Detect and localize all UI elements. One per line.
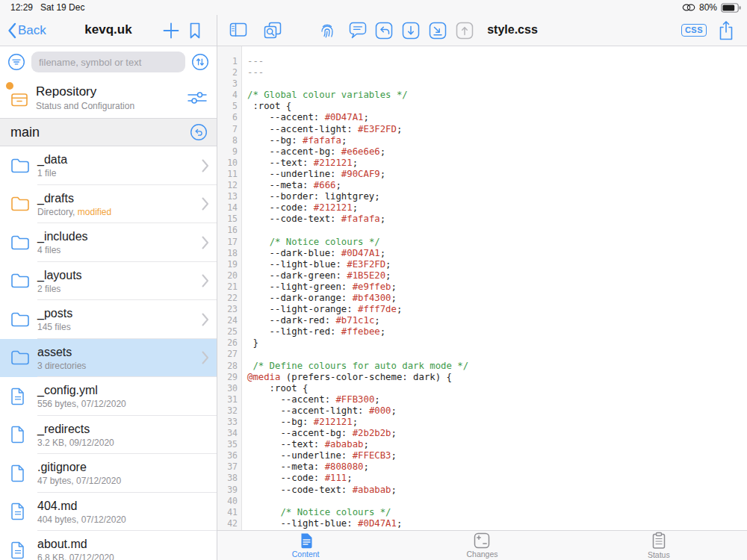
branch-switch-icon[interactable]	[190, 123, 208, 141]
item-detail: 6.8 KB, 07/12/2020	[37, 553, 114, 560]
line-number: 31	[217, 394, 241, 405]
save-into-icon[interactable]	[429, 22, 447, 40]
file-list: _data1 file_draftsDirectory, modified_in…	[0, 146, 217, 560]
battery-percent: 80%	[699, 2, 717, 13]
working-copy-app: 12:29 Sat 19 Dec 80%	[0, 0, 747, 560]
list-item-_layouts[interactable]: _layouts2 files	[0, 262, 217, 301]
line-number: 34	[217, 428, 241, 439]
code-line: --dark-red: #b71c1c;	[247, 315, 747, 326]
line-number-gutter: 1234567891011121314151617181920212223242…	[217, 46, 242, 530]
line-number: 4	[217, 90, 241, 101]
item-name: about.md	[37, 537, 114, 551]
file-browser-sidebar: Repository Status and Configuration main	[0, 46, 217, 560]
code-line: --text: #ababab;	[247, 439, 747, 450]
item-name: assets	[37, 345, 86, 359]
list-item-.gitignore[interactable]: .gitignore47 bytes, 07/12/2020	[0, 454, 217, 493]
language-badge[interactable]: CSS	[681, 24, 707, 37]
line-number: 2	[217, 67, 241, 78]
list-item-_drafts[interactable]: _draftsDirectory, modified	[0, 185, 217, 224]
status-bar: 12:29 Sat 19 Dec 80%	[0, 0, 747, 15]
list-item-_data[interactable]: _data1 file	[0, 146, 217, 185]
item-detail: 404 bytes, 07/12/2020	[37, 514, 126, 525]
chevron-right-icon	[202, 351, 209, 364]
code-line: --text: #212121;	[247, 158, 747, 169]
code-line: --bg: #fafafa;	[247, 135, 747, 146]
search-input[interactable]	[31, 52, 185, 72]
tab-status[interactable]: Status	[571, 531, 747, 560]
code-line: --border: lightgrey;	[247, 191, 747, 202]
date: Sat 19 Dec	[40, 2, 84, 13]
line-number: 1	[217, 56, 241, 67]
item-detail: 4 files	[37, 245, 88, 255]
multifile-search-icon[interactable]	[264, 22, 282, 39]
code-line: }	[247, 337, 747, 349]
item-name: _includes	[37, 229, 88, 243]
list-item-_posts[interactable]: _posts145 files	[0, 300, 217, 339]
fingerprint-icon[interactable]	[318, 22, 336, 40]
document-icon	[0, 541, 37, 559]
code-line: --bg: #212121;	[247, 417, 747, 428]
code-line: --code-text: #fafafa;	[247, 214, 747, 225]
code-line	[247, 78, 747, 90]
code-editor[interactable]: 1234567891011121314151617181920212223242…	[217, 46, 747, 530]
undo-icon[interactable]	[375, 22, 393, 40]
line-number: 21	[217, 281, 241, 293]
sort-icon[interactable]	[191, 53, 209, 71]
comment-icon[interactable]	[349, 22, 367, 39]
code-line: /* Define colours for auto dark mode */	[247, 361, 747, 372]
line-number: 12	[217, 180, 241, 191]
repository-name-title: kevq.uk	[0, 22, 217, 37]
line-number: 8	[217, 135, 241, 146]
list-item-404.md[interactable]: 404.md404 bytes, 07/12/2020	[0, 493, 217, 532]
sliders-icon[interactable]	[187, 90, 208, 105]
battery-icon	[721, 3, 741, 13]
list-item-_includes[interactable]: _includes4 files	[0, 223, 217, 262]
filter-icon[interactable]	[7, 53, 25, 71]
code-line: @media (prefers-color-scheme: dark) {	[247, 372, 747, 383]
line-number: 42	[217, 518, 241, 529]
line-number: 17	[217, 237, 241, 248]
download-icon[interactable]	[402, 22, 420, 40]
tab-content[interactable]: Content	[217, 531, 394, 560]
list-item-about.md[interactable]: about.md6.8 KB, 07/12/2020	[0, 531, 217, 560]
share-icon[interactable]	[717, 20, 735, 41]
code-line: /* Notice colours */	[247, 507, 747, 518]
code-line	[247, 349, 747, 360]
list-item-_config.yml[interactable]: _config.yml556 bytes, 07/12/2020	[0, 377, 217, 416]
code-line: --accent-light: #000;	[247, 405, 747, 417]
chevron-right-icon	[202, 236, 209, 249]
code-line: --accent-light: #E3F2FD;	[247, 124, 747, 135]
bookmark-button[interactable]	[188, 22, 202, 39]
branch-header[interactable]: main	[0, 118, 217, 146]
line-number: 20	[217, 270, 241, 281]
line-number: 7	[217, 124, 241, 135]
item-name: _config.yml	[37, 383, 126, 397]
item-detail: 556 bytes, 07/12/2020	[37, 399, 126, 409]
line-number: 22	[217, 293, 241, 304]
chevron-right-icon	[202, 159, 209, 172]
line-number: 11	[217, 169, 241, 180]
list-item-_redirects[interactable]: _redirects3.2 KB, 09/12/2020	[0, 416, 217, 455]
repository-row[interactable]: Repository Status and Configuration	[0, 78, 217, 118]
code-line: --underline: #FFECB3;	[247, 450, 747, 461]
tab-label: Status	[648, 550, 670, 559]
document-icon	[0, 388, 37, 405]
line-number: 32	[217, 405, 241, 417]
code-line: --accent-bg: #2b2b2b;	[247, 428, 747, 439]
document-icon	[0, 426, 37, 444]
code-line: --code-text: #ababab;	[247, 485, 747, 496]
list-item-assets[interactable]: assets3 directories	[0, 339, 217, 378]
line-number: 24	[217, 315, 241, 326]
plus-button[interactable]	[163, 22, 179, 39]
tab-changes[interactable]: Changes	[394, 531, 570, 560]
code-line: --dark-green: #1B5E20;	[247, 270, 747, 281]
line-number: 15	[217, 214, 241, 225]
panel-toggle-icon[interactable]	[229, 22, 247, 38]
line-number: 30	[217, 383, 241, 394]
line-number: 27	[217, 349, 241, 360]
item-name: _redirects	[37, 422, 114, 436]
line-number: 13	[217, 191, 241, 202]
line-number: 41	[217, 507, 241, 518]
changes-diff-icon	[474, 532, 490, 549]
line-number: 29	[217, 372, 241, 383]
